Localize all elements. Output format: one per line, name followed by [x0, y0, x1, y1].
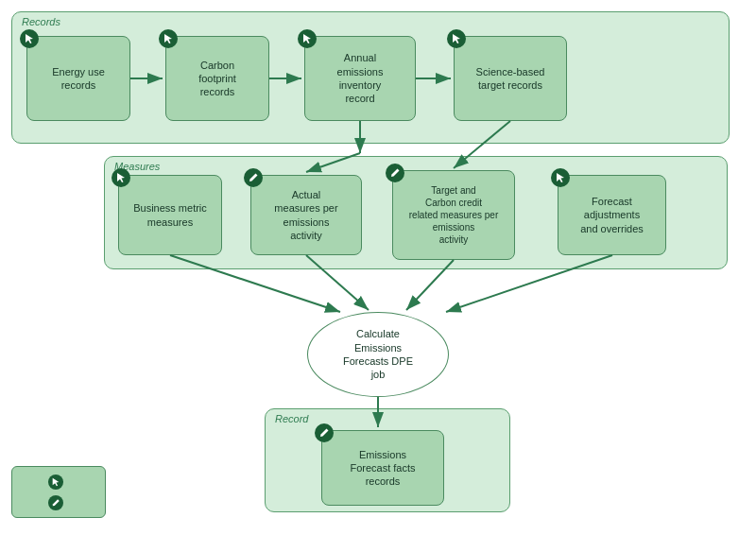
node-carbon-footprint: Carbon footprint records: [165, 36, 269, 121]
svg-marker-4: [117, 173, 125, 182]
forecast-adj-label: Forecast adjustments and overrides: [580, 195, 644, 235]
energy-use-label: Energy use records: [52, 65, 105, 93]
pencil-icon-actual: [244, 168, 263, 187]
svg-marker-6: [557, 173, 564, 182]
science-based-label: Science-basedtarget records: [476, 65, 545, 93]
carbon-footprint-label: Carbon footprint records: [198, 59, 236, 99]
cursor-icon-energy: [20, 29, 39, 48]
node-emissions-forecast: Emissions Forecast facts records: [321, 430, 444, 506]
node-science-based: Science-basedtarget records: [454, 36, 567, 121]
node-energy-use: Energy use records: [26, 36, 130, 121]
target-carbon-label: Target and Carbon credit related measure…: [401, 184, 507, 246]
calculate-dpe-label: Calculate Emissions Forecasts DPE job: [343, 327, 413, 381]
annual-emissions-label: Annual emissions inventory record: [337, 51, 384, 105]
node-target-carbon: Target and Carbon credit related measure…: [392, 170, 515, 260]
node-calculate-dpe: Calculate Emissions Forecasts DPE job: [307, 312, 449, 397]
node-forecast-adj: Forecast adjustments and overrides: [558, 175, 666, 255]
cursor-icon-forecast-adj: [551, 168, 570, 187]
svg-marker-1: [164, 34, 172, 43]
legend-box: [11, 466, 106, 518]
business-metric-label: Business metric measures: [133, 201, 207, 229]
pencil-icon-emissions: [315, 423, 334, 442]
diagram-canvas: Records Measures Record Energy use recor…: [0, 0, 756, 535]
svg-marker-2: [303, 34, 311, 43]
svg-marker-0: [26, 34, 33, 43]
group-record-bottom-label: Record: [275, 413, 308, 424]
svg-marker-3: [453, 34, 460, 43]
node-annual-emissions: Annual emissions inventory record: [304, 36, 416, 121]
node-business-metric: Business metric measures: [118, 175, 222, 255]
svg-marker-7: [53, 477, 60, 485]
pencil-icon-target: [386, 164, 404, 182]
emissions-forecast-label: Emissions Forecast facts records: [350, 448, 415, 489]
cursor-icon-annual: [298, 29, 317, 48]
cursor-icon-business: [112, 168, 130, 187]
node-actual-measures: Actual measures per emissions activity: [250, 175, 362, 255]
actual-measures-label: Actual measures per emissions activity: [274, 188, 337, 242]
cursor-icon-carbon: [159, 29, 178, 48]
group-records-label: Records: [22, 16, 60, 27]
cursor-icon-science: [447, 29, 466, 48]
